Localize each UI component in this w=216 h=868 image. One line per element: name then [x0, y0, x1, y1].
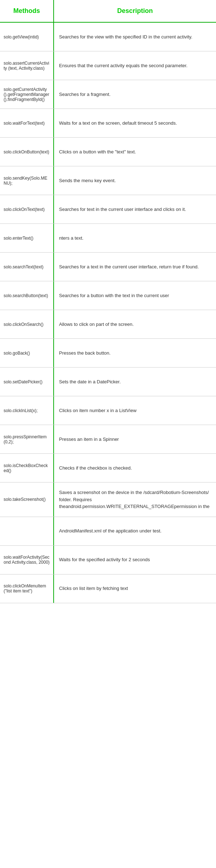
method-cell: solo.sendKey(Solo.MENU);	[0, 166, 54, 195]
description-cell: Saves a screenshot on the device in the …	[54, 483, 216, 517]
table-body: solo.getView(intid)Searches for the view…	[0, 23, 216, 603]
method-cell: solo.clickInList(x);	[0, 396, 54, 425]
table-row: solo.enterText()nters a text.	[0, 224, 216, 253]
table-row: solo.waitForText(text)Waits for a text o…	[0, 109, 216, 138]
method-cell: solo.clickOnButton(text)	[0, 138, 54, 166]
description-cell: Ensures that the current activity equals…	[54, 51, 216, 80]
description-cell: Searches for a button with the text in t…	[54, 281, 216, 310]
method-cell	[0, 517, 54, 545]
method-cell: solo.clickOnMenuItem ("list item text")	[0, 574, 54, 603]
table-row: solo.setDatePicker()Sets the date in a D…	[0, 368, 216, 396]
table-header: Methods Description	[0, 0, 216, 23]
description-cell: Clicks on item number x in a ListView	[54, 396, 216, 425]
description-cell: Allows to click on part of the screen.	[54, 310, 216, 338]
method-cell: solo.clickOnText(text)	[0, 195, 54, 223]
description-cell: Presses an item in a Spinner	[54, 425, 216, 453]
method-cell: solo.waitForActivity(Second Activity.cla…	[0, 546, 54, 574]
description-cell: Checks if the checkbox is checked.	[54, 454, 216, 482]
method-cell: solo.takeScreenshot()	[0, 483, 54, 517]
table-row: solo.pressSpinnerItem(0,2);Presses an it…	[0, 425, 216, 454]
table-row: solo.searchText(text)Searches for a text…	[0, 253, 216, 281]
method-cell: solo.setDatePicker()	[0, 368, 54, 396]
table-row: solo.clickInList(x);Clicks on item numbe…	[0, 396, 216, 425]
method-cell: solo.getView(intid)	[0, 23, 54, 51]
description-cell: Waits for a text on the screen, default …	[54, 109, 216, 137]
method-cell: solo.getCurrentActivity().getFragmentMan…	[0, 80, 54, 108]
method-cell: solo.clickOnSearch()	[0, 310, 54, 338]
method-cell: solo.goBack()	[0, 339, 54, 367]
method-cell: solo.searchButton(text)	[0, 281, 54, 310]
method-cell: solo.isCheckBoxChecked()	[0, 454, 54, 482]
description-cell: AndroidManifest.xml of the application u…	[54, 517, 216, 545]
table-row: solo.clickOnMenuItem ("list item text")C…	[0, 574, 216, 603]
table-row: solo.searchButton(text)Searches for a bu…	[0, 281, 216, 310]
table-row: solo.assertCurrentActivity (text, Activi…	[0, 51, 216, 80]
description-cell: Clicks on list item by fetching text	[54, 574, 216, 603]
table-row: solo.takeScreenshot()Saves a screenshot …	[0, 483, 216, 517]
table-row: AndroidManifest.xml of the application u…	[0, 517, 216, 546]
description-cell: Sends the menu key event.	[54, 166, 216, 195]
method-cell: solo.searchText(text)	[0, 253, 54, 281]
description-cell: Searches for a fragment.	[54, 80, 216, 108]
table-row: solo.isCheckBoxChecked()Checks if the ch…	[0, 454, 216, 483]
table-row: solo.clickOnSearch()Allows to click on p…	[0, 310, 216, 339]
table-row: solo.goBack()Presses the back button.	[0, 339, 216, 368]
methods-header: Methods	[0, 0, 54, 22]
description-cell: Sets the date in a DatePicker.	[54, 368, 216, 396]
description-cell: nters a text.	[54, 224, 216, 252]
table-row: solo.getView(intid)Searches for the view…	[0, 23, 216, 51]
description-cell: Clicks on a button with the "text" text.	[54, 138, 216, 166]
table-row: solo.clickOnButton(text)Clicks on a butt…	[0, 138, 216, 166]
description-cell: Searches for the view with the specified…	[54, 23, 216, 51]
table-row: solo.sendKey(Solo.MENU);Sends the menu k…	[0, 166, 216, 195]
method-cell: solo.waitForText(text)	[0, 109, 54, 137]
description-cell: Presses the back button.	[54, 339, 216, 367]
description-cell: Waits for the specified activity for 2 s…	[54, 546, 216, 574]
table-row: solo.clickOnText(text)Searches for text …	[0, 195, 216, 224]
description-header: Description	[54, 0, 216, 22]
description-cell: Searches for a text in the current user …	[54, 253, 216, 281]
method-cell: solo.pressSpinnerItem(0,2);	[0, 425, 54, 453]
page-container: Methods Description solo.getView(intid)S…	[0, 0, 216, 603]
description-cell: Searches for text in the current user in…	[54, 195, 216, 223]
method-cell: solo.enterText()	[0, 224, 54, 252]
method-cell: solo.assertCurrentActivity (text, Activi…	[0, 51, 54, 80]
table-row: solo.waitForActivity(Second Activity.cla…	[0, 546, 216, 574]
table-row: solo.getCurrentActivity().getFragmentMan…	[0, 80, 216, 109]
